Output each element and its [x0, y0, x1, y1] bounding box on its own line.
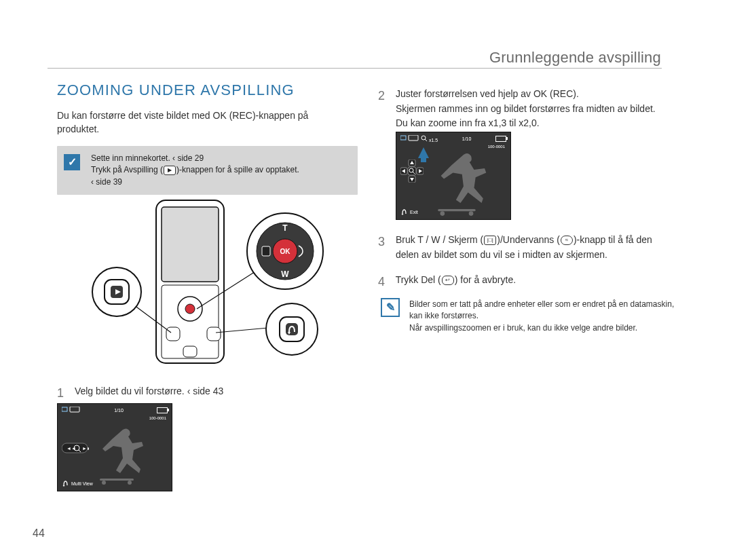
header-rule	[48, 68, 662, 69]
lcd-exit-label: Exit	[410, 210, 418, 214]
svg-point-32	[128, 481, 132, 485]
lcd-counter: 1/10	[114, 408, 124, 413]
step-4: 4 Trykk Del (↩) for å avbryte.	[378, 273, 663, 292]
svg-point-51	[440, 211, 445, 216]
ok-label: OK	[280, 248, 291, 255]
step-1-number: 1	[57, 384, 72, 403]
zoom-glyph: ◄◄ ►►	[62, 442, 89, 455]
breadcrumb: Grunnleggende avspilling	[489, 49, 661, 67]
step-4-number: 4	[378, 273, 393, 292]
svg-text:►►: ►►	[82, 446, 89, 451]
svg-marker-53	[402, 214, 404, 215]
pencil-note-icon: ✎	[381, 298, 400, 317]
note-box-prereq: ✓ Sette inn minnekortet. ‹ side 29 Trykk…	[57, 146, 358, 195]
battery-icon-2	[495, 136, 506, 142]
dpad-overlay	[400, 160, 424, 183]
svg-rect-18	[262, 246, 270, 256]
svg-rect-5	[166, 327, 180, 341]
note2-line1: Bilder som er tatt på andre enheter elle…	[409, 299, 677, 322]
lcd-screenshot-2: x1.5 1/10 100-0001	[396, 132, 511, 220]
step-2-number: 2	[378, 87, 393, 106]
step-1: 1 Velg bildet du vil forstørre. ‹ side 4…	[57, 384, 342, 403]
svg-point-52	[469, 211, 474, 216]
lcd-multiview-label: Multi View	[71, 481, 93, 486]
playback-icon: ▶	[164, 166, 176, 175]
battery-icon	[157, 407, 168, 413]
step-3-number: 3	[378, 233, 393, 252]
svg-rect-35	[409, 135, 418, 141]
step-2: 2 Juster forstørrelsen ved hjelp av OK (…	[378, 87, 663, 131]
note1-line1: Sette inn minnekortet. ‹ side 29	[91, 153, 348, 164]
step-1-text: Velg bildet du vil forstørre. ‹ side 43	[75, 386, 223, 396]
intro-text: Du kan forstørre det viste bildet med OK…	[57, 109, 349, 136]
check-icon: ✓	[64, 154, 80, 170]
step-3: 3 Bruk T / W / Skjerm (|□|)/Undervanns (…	[378, 233, 675, 262]
step-3-b: )/Undervanns (	[497, 234, 560, 245]
svg-rect-23	[62, 407, 67, 411]
section-title: ZOOMING UNDER AVSPILLING	[57, 81, 295, 99]
note1-line3: ‹ side 39	[91, 176, 348, 188]
svg-line-37	[425, 139, 427, 141]
note1-line2: Trykk på Avspilling (▶)-knappen for å sp…	[91, 164, 348, 176]
lcd-zoom-level: x1.5	[429, 138, 438, 143]
step-4-b: ) for å avbryte.	[455, 274, 516, 285]
svg-rect-6	[207, 327, 221, 341]
step-2-line1: Juster forstørrelsen ved hjelp av OK (RE…	[396, 88, 579, 99]
svg-rect-34	[400, 136, 406, 140]
display-icon: |□|	[484, 236, 496, 245]
svg-rect-50	[438, 209, 476, 211]
svg-rect-24	[70, 407, 79, 412]
step-2-line2: Skjermen rammes inn og bildet forstørres…	[396, 103, 656, 129]
svg-rect-7	[183, 346, 197, 357]
lcd-counter-2: 1/10	[462, 136, 472, 141]
svg-point-31	[102, 481, 106, 485]
skater-silhouette-2	[432, 149, 503, 217]
svg-point-4	[185, 304, 195, 314]
t-label: T	[282, 223, 288, 233]
note-box-limitations: ✎ Bilder som er tatt på andre enheter el…	[378, 296, 677, 337]
step-3-a: Bruk T / W / Skjerm (	[396, 234, 483, 245]
page-number: 44	[33, 527, 45, 540]
u-return-icon-2	[400, 208, 407, 215]
device-illustration: OK T W	[88, 197, 333, 376]
u-return-icon	[62, 480, 69, 487]
svg-rect-30	[100, 479, 134, 481]
lcd-screenshot-1: 1/10 100-0001 ◄◄ ►► Multi View	[57, 403, 172, 491]
note2-line2: Når avspillingszoomen er i bruk, kan du …	[409, 322, 677, 334]
delete-icon: ↩	[442, 276, 454, 285]
svg-rect-21	[286, 323, 298, 335]
svg-rect-1	[162, 207, 219, 282]
skater-silhouette	[96, 424, 157, 486]
w-label: W	[281, 269, 289, 279]
lcd-filecode: 100-0001	[149, 416, 166, 420]
svg-marker-33	[63, 485, 65, 487]
underwater-icon: ≈	[561, 236, 573, 245]
step-4-a: Trykk Del (	[396, 274, 441, 285]
